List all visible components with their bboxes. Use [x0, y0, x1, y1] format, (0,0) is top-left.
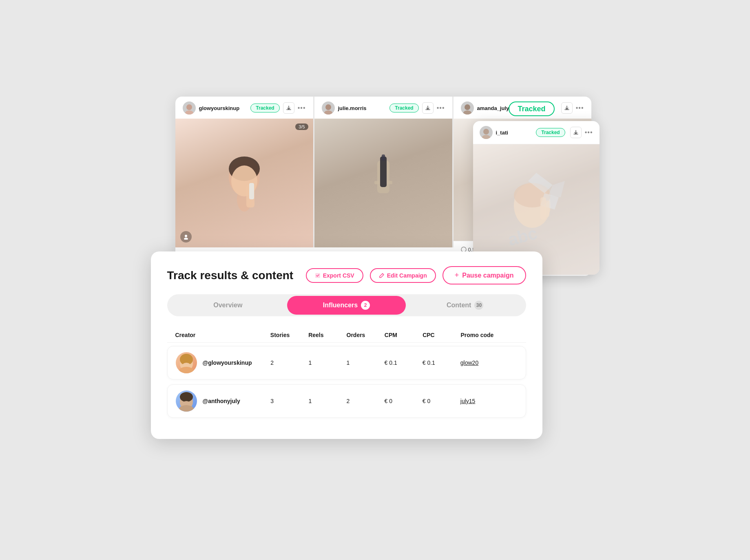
influencers-table: Creator Stories Reels Orders CPM CPC Pro… [167, 328, 526, 418]
col-creator: Creator [175, 332, 270, 338]
svg-point-28 [483, 129, 489, 134]
scene: Tracked glowyourskinup Tracked ••• [151, 97, 600, 463]
promo-val-2[interactable]: july15 [460, 398, 518, 404]
svg-point-18 [463, 110, 471, 115]
tracked-badge-overlay: Tracked [536, 128, 565, 137]
svg-point-11 [324, 110, 332, 115]
pause-campaign-button[interactable]: + Pause campaign [442, 266, 526, 284]
tracked-badge-1: Tracked [250, 104, 279, 112]
download-btn-2[interactable] [422, 102, 434, 114]
svg-point-44 [180, 392, 193, 402]
table-row: @glowyourskinup 2 1 1 € 0.1 € 0.1 glow20 [167, 346, 526, 379]
svg-rect-35 [540, 197, 546, 220]
tab-badge-content: 30 [474, 301, 483, 310]
tabs-bar: Overview Influencers 2 Content 30 [167, 294, 526, 316]
svg-point-8 [185, 235, 187, 237]
creator-cell-2: @anthonyjuly [176, 390, 271, 412]
col-orders: Orders [347, 332, 385, 338]
avatar-itati [480, 126, 493, 139]
creator-cell-1: @glowyourskinup [176, 352, 271, 373]
post-image-2 [314, 119, 452, 247]
promo-val-1[interactable]: glow20 [460, 359, 518, 366]
post-image-1: 3/5 [175, 119, 313, 247]
user-row-1: glowyourskinup Tracked ••• [175, 97, 313, 119]
tab-badge-influencers: 2 [361, 301, 370, 310]
cpm-val-2: € 0 [385, 398, 423, 404]
username-2: julie.morris [338, 105, 387, 111]
orders-val-1: 1 [347, 359, 385, 366]
creator-name-1: @glowyourskinup [203, 359, 252, 366]
panel-header: Track results & content Export CSV Edit … [167, 266, 526, 284]
creator-avatar-2 [176, 390, 197, 412]
more-btn-overlay[interactable]: ••• [585, 129, 593, 136]
stories-val-2: 3 [270, 398, 308, 404]
orders-val-2: 2 [347, 398, 385, 404]
download-btn-3[interactable] [561, 102, 573, 114]
svg-rect-13 [380, 157, 387, 187]
col-promo: Promo code [461, 332, 518, 338]
svg-point-9 [184, 238, 188, 240]
more-btn-1[interactable]: ••• [298, 104, 306, 112]
main-panel: Track results & content Export CSV Edit … [151, 251, 542, 439]
col-cpc: CPC [423, 332, 460, 338]
more-btn-3[interactable]: ••• [576, 104, 584, 112]
reels-val-2: 1 [308, 398, 346, 404]
username-1: glowyourskinup [199, 105, 248, 111]
cpm-val-1: € 0.1 [385, 359, 423, 366]
username-overlay: i_tati [496, 130, 533, 136]
download-btn-overlay[interactable] [570, 127, 582, 138]
col-stories: Stories [270, 332, 308, 338]
table-row: @anthonyjuly 3 1 2 € 0 € 0 july15 [167, 384, 526, 418]
reels-val-1: 1 [308, 359, 346, 366]
table-header-row: Creator Stories Reels Orders CPM CPC Pro… [167, 328, 526, 343]
overlay-header: i_tati Tracked ••• [473, 121, 600, 144]
page-title: Track results & content [167, 269, 299, 282]
image-col-1: glowyourskinup Tracked ••• [175, 97, 314, 247]
image-badge-1: 3/5 [295, 123, 308, 130]
svg-rect-14 [382, 154, 385, 161]
tracked-badge-2: Tracked [389, 104, 418, 112]
col-cpm: CPM [385, 332, 423, 338]
avatar-glowyourskinup [183, 101, 196, 115]
user-icon-1 [180, 231, 192, 243]
creator-name-2: @anthonyjuly [203, 398, 240, 404]
svg-marker-33 [549, 181, 565, 197]
avatar-juliemorris [322, 101, 335, 115]
svg-point-17 [465, 104, 470, 110]
more-btn-2[interactable]: ••• [437, 104, 445, 112]
svg-rect-15 [374, 181, 379, 184]
creator-avatar-1 [176, 352, 197, 373]
image-col-2: julie.morris Tracked ••• [314, 97, 454, 247]
export-csv-button[interactable]: Export CSV [306, 268, 363, 283]
large-tracked-badge: Tracked [509, 105, 554, 113]
tab-influencers[interactable]: Influencers 2 [287, 296, 406, 315]
col-reels: Reels [308, 332, 346, 338]
svg-point-29 [482, 135, 490, 139]
edit-campaign-button[interactable]: Edit Campaign [370, 268, 436, 283]
download-btn-1[interactable] [283, 102, 294, 114]
cpc-val-2: € 0 [423, 398, 460, 404]
svg-point-10 [325, 104, 331, 110]
svg-rect-7 [249, 183, 254, 199]
svg-rect-16 [387, 181, 392, 184]
avatar-amandajuly [461, 101, 474, 115]
tab-overview[interactable]: Overview [169, 296, 288, 315]
svg-point-0 [186, 104, 192, 110]
cpc-val-1: € 0.1 [423, 359, 460, 366]
user-row-2: julie.morris Tracked ••• [314, 97, 452, 119]
stories-val-1: 2 [270, 359, 308, 366]
svg-text:abc: abc [506, 223, 539, 249]
svg-point-1 [185, 110, 193, 115]
tab-content[interactable]: Content 30 [406, 296, 524, 315]
svg-rect-36 [545, 201, 549, 217]
